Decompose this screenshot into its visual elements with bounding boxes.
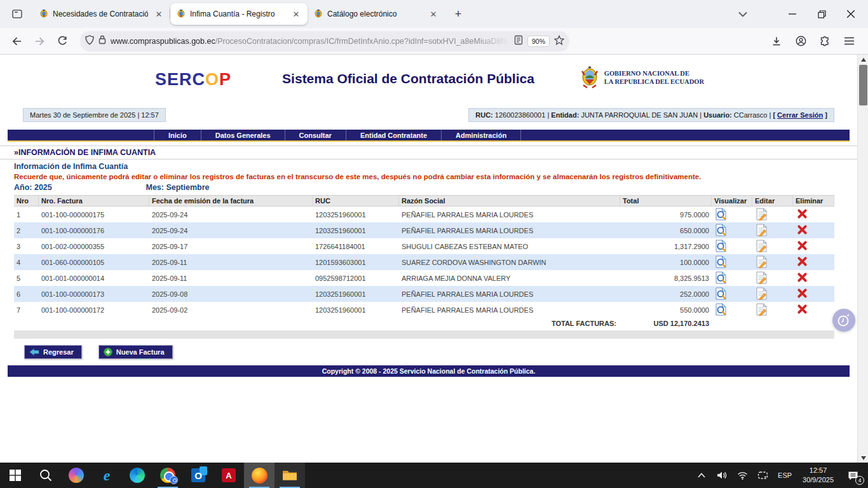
view-document-icon <box>715 208 726 220</box>
firefox-icon[interactable] <box>244 463 275 488</box>
taskbar-search-icon[interactable] <box>31 463 61 488</box>
tab-close-icon[interactable]: ✕ <box>290 8 302 20</box>
reload-icon[interactable] <box>52 32 72 51</box>
meet-now-icon[interactable] <box>753 463 772 488</box>
hidden-icons-chevron[interactable] <box>692 463 711 488</box>
nav-consultar[interactable]: Consultar <box>285 130 346 140</box>
eliminar-button[interactable] <box>793 208 834 220</box>
reader-mode-icon[interactable] <box>514 35 523 48</box>
site-favicon <box>314 9 323 20</box>
tracking-shield-icon[interactable] <box>85 35 94 48</box>
file-explorer-icon[interactable] <box>275 463 305 488</box>
acrobat-icon[interactable]: A <box>214 463 244 488</box>
clock-widget[interactable]: 12:57 30/9/2025 <box>797 466 839 485</box>
account-icon[interactable] <box>790 32 811 51</box>
cell-fecha-emision: 2025-09-02 <box>149 306 313 314</box>
cell-razon-social: PEÑAFIEL PARRALES MARIA LOURDES <box>399 306 620 314</box>
extensions-icon[interactable] <box>815 32 835 51</box>
new-tab-button[interactable]: + <box>449 4 468 24</box>
scroll-down-icon[interactable] <box>858 453 868 463</box>
visualizar-button[interactable] <box>712 303 752 317</box>
wifi-icon[interactable] <box>733 463 752 488</box>
lock-icon[interactable] <box>98 35 106 47</box>
internet-explorer-icon[interactable]: e <box>92 463 122 488</box>
visualizar-button[interactable] <box>712 255 752 269</box>
close-button[interactable] <box>836 0 865 28</box>
visualizar-button[interactable] <box>712 224 752 238</box>
zoom-level-chip[interactable]: 90% <box>527 36 550 47</box>
eliminar-button[interactable] <box>793 224 834 236</box>
cell-ruc: 1203251960001 <box>313 211 399 219</box>
nav-inicio[interactable]: Inicio <box>154 130 201 140</box>
tab-infima-cuantia-active[interactable]: Infima Cuantía - Registro ✕ <box>170 3 308 25</box>
vertical-scrollbar[interactable] <box>857 55 868 463</box>
cell-razon-social: PEÑAFIEL PARRALES MARIA LOURDES <box>399 211 620 219</box>
nav-entidad-contratante[interactable]: Entidad Contratante <box>346 130 441 140</box>
view-document-icon <box>715 287 726 300</box>
start-button[interactable] <box>0 463 31 488</box>
eliminar-button[interactable] <box>793 256 834 268</box>
timer-extension-widget[interactable] <box>832 309 855 332</box>
notifications-icon[interactable]: 4 <box>840 463 865 488</box>
eliminar-button[interactable] <box>793 272 834 284</box>
system-tray: ESP 12:57 30/9/2025 4 <box>692 463 868 488</box>
forward-icon[interactable] <box>29 32 50 51</box>
restore-button[interactable] <box>807 0 836 28</box>
tab-close-icon[interactable]: ✕ <box>153 8 165 20</box>
editar-button[interactable] <box>752 240 793 254</box>
editar-button[interactable] <box>752 303 793 317</box>
header-nro-factura: Nro. Factura <box>39 196 149 206</box>
nav-administracion[interactable]: Administración <box>441 130 521 140</box>
editar-button[interactable] <box>752 255 793 269</box>
eliminar-button[interactable] <box>793 240 834 252</box>
table-row: 3 001-002-000000355 2025-09-17 172664118… <box>14 238 834 254</box>
editar-button[interactable] <box>752 224 793 238</box>
menu-icon[interactable] <box>839 32 859 51</box>
volume-icon[interactable] <box>712 463 731 488</box>
editar-button[interactable] <box>752 208 793 222</box>
visualizar-button[interactable] <box>712 271 752 285</box>
entidad-value: JUNTA PARROQUIAL DE SAN JUAN | <box>581 111 702 119</box>
eliminar-button[interactable] <box>793 288 834 300</box>
visualizar-button[interactable] <box>712 240 752 254</box>
table-row: 5 001-001-000000014 2025-09-11 095259871… <box>14 270 834 286</box>
scroll-up-icon[interactable] <box>858 55 868 64</box>
ecuador-crest-icon <box>580 65 600 90</box>
datetime-box: Martes 30 de Septiembre de 2025 | 12:57 <box>23 108 166 122</box>
header-ruc: RUC <box>313 196 399 206</box>
visualizar-button[interactable] <box>712 208 752 222</box>
back-icon[interactable] <box>6 32 27 51</box>
tab-close-icon[interactable]: ✕ <box>427 8 440 20</box>
nueva-factura-button[interactable]: Nueva Factura <box>98 345 173 359</box>
scrollbar-thumb[interactable] <box>859 65 867 105</box>
downloads-icon[interactable] <box>766 32 787 51</box>
tab-title: Infima Cuantía - Registro <box>190 10 285 18</box>
list-all-tabs-icon[interactable] <box>733 4 752 24</box>
eliminar-button[interactable] <box>793 304 834 316</box>
cell-nro-factura: 001-100-000000172 <box>39 306 149 314</box>
language-indicator[interactable]: ESP <box>773 471 796 479</box>
chrome-icon[interactable] <box>153 463 183 488</box>
editar-button[interactable] <box>752 287 793 301</box>
delete-x-icon <box>797 272 808 283</box>
editar-button[interactable] <box>752 271 793 285</box>
firefox-view-icon[interactable] <box>6 4 28 24</box>
table-row: 7 001-100-000000172 2025-09-02 120325196… <box>14 302 834 318</box>
cell-razon-social: ARRIAGA MEJIA DONNA VALERY <box>399 274 620 282</box>
nav-datos-generales[interactable]: Datos Generales <box>201 130 285 140</box>
minimize-button[interactable] <box>778 0 807 28</box>
tab-necesidades[interactable]: Necesidades de Contratación y ✕ <box>33 3 170 25</box>
visualizar-button[interactable] <box>712 287 752 301</box>
regresar-button[interactable]: Regresar <box>24 345 82 359</box>
outlook-icon[interactable]: O <box>183 463 214 488</box>
cell-nro-factura: 001-100-000000175 <box>39 211 149 219</box>
edge-icon[interactable] <box>122 463 153 488</box>
cell-nro: 5 <box>14 274 39 282</box>
cell-ruc: 1726641184001 <box>313 243 399 250</box>
view-document-icon <box>715 224 726 236</box>
copilot-icon[interactable] <box>61 463 92 488</box>
bookmark-star-icon[interactable] <box>554 35 564 48</box>
tab-catalogo[interactable]: Catálogo electrónico ✕ <box>308 3 445 25</box>
logout-link[interactable]: Cerrar Sesión <box>777 111 823 119</box>
address-bar[interactable]: www.compraspublicas.gob.ec/ProcesoContra… <box>80 31 569 51</box>
